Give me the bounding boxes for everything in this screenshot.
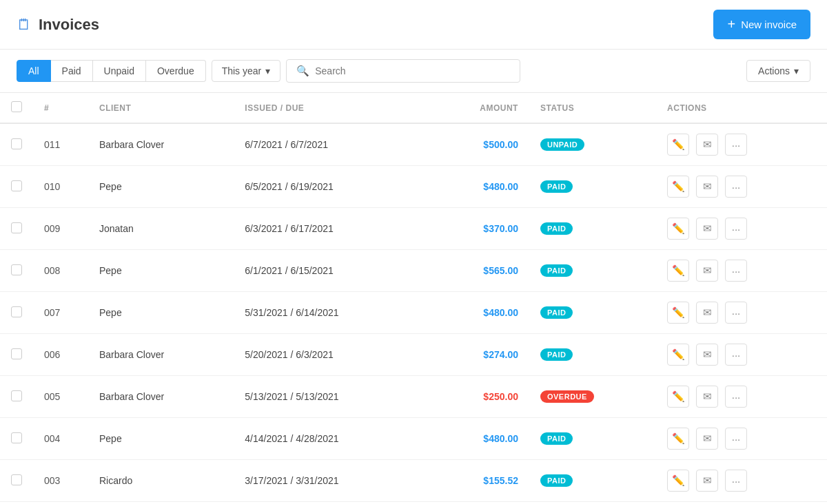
row-checkbox[interactable] [11, 264, 22, 275]
more-button[interactable]: ··· [725, 428, 747, 450]
table-row: 002 Peter Pasek 2/10/2021 / 2/24/2021 $4… [0, 502, 827, 505]
tab-overdue[interactable]: Overdue [146, 60, 206, 82]
row-status: UNPAID [529, 123, 656, 166]
filter-bar: All Paid Unpaid Overdue This year ▾ 🔍 Ac… [0, 50, 827, 93]
row-actions: ✏️ ✉ ··· [656, 166, 827, 208]
email-button[interactable]: ✉ [696, 344, 718, 366]
row-status: PAID [529, 208, 656, 250]
actions-button[interactable]: Actions ▾ [746, 60, 810, 82]
email-button[interactable]: ✉ [696, 386, 718, 408]
table-row: 007 Pepe 5/31/2021 / 6/14/2021 $480.00 P… [0, 292, 827, 334]
row-actions: ✏️ ✉ ··· [656, 123, 827, 166]
col-status: STATUS [529, 93, 656, 123]
new-invoice-button[interactable]: + New invoice [713, 10, 810, 39]
action-icons: ✏️ ✉ ··· [667, 386, 816, 408]
more-button[interactable]: ··· [725, 218, 747, 240]
row-actions: ✏️ ✉ ··· [656, 292, 827, 334]
more-button[interactable]: ··· [725, 260, 747, 282]
row-checkbox-cell [0, 166, 33, 208]
row-amount: $250.00 [428, 376, 529, 418]
table-row: 008 Pepe 6/1/2021 / 6/15/2021 $565.00 PA… [0, 250, 827, 292]
edit-button[interactable]: ✏️ [667, 470, 689, 492]
action-icons: ✏️ ✉ ··· [667, 344, 816, 366]
header: 🗒 Invoices + New invoice [0, 0, 827, 50]
search-icon: 🔍 [296, 65, 309, 77]
edit-button[interactable]: ✏️ [667, 344, 689, 366]
action-icons: ✏️ ✉ ··· [667, 428, 816, 450]
row-actions: ✏️ ✉ ··· [656, 376, 827, 418]
edit-button[interactable]: ✏️ [667, 218, 689, 240]
row-status: PAID [529, 334, 656, 376]
row-amount: $155.52 [428, 460, 529, 502]
table-row: 009 Jonatan 6/3/2021 / 6/17/2021 $370.00… [0, 208, 827, 250]
email-button[interactable]: ✉ [696, 260, 718, 282]
row-checkbox-cell [0, 460, 33, 502]
more-button[interactable]: ··· [725, 344, 747, 366]
row-status: PAID [529, 502, 656, 505]
row-checkbox[interactable] [11, 222, 22, 233]
email-button[interactable]: ✉ [696, 218, 718, 240]
action-icons: ✏️ ✉ ··· [667, 218, 816, 240]
col-num: # [33, 93, 88, 123]
status-badge: PAID [540, 348, 573, 361]
row-checkbox-cell [0, 418, 33, 460]
status-badge: PAID [540, 306, 573, 319]
row-issued-due: 6/5/2021 / 6/19/2021 [234, 166, 428, 208]
chevron-down-icon: ▾ [794, 65, 799, 76]
status-badge: OVERDUE [540, 390, 594, 403]
row-checkbox-cell [0, 250, 33, 292]
action-icons: ✏️ ✉ ··· [667, 134, 816, 156]
more-button[interactable]: ··· [725, 134, 747, 156]
row-num: 006 [33, 334, 88, 376]
invoices-table-wrapper: # CLIENT ISSUED / DUE AMOUNT STATUS ACTI… [0, 93, 827, 504]
edit-button[interactable]: ✏️ [667, 260, 689, 282]
row-num: 008 [33, 250, 88, 292]
year-filter-button[interactable]: This year ▾ [212, 60, 281, 82]
actions-label: Actions [758, 65, 790, 76]
email-button[interactable]: ✉ [696, 302, 718, 324]
select-all-checkbox[interactable] [11, 101, 22, 112]
col-amount: AMOUNT [428, 93, 529, 123]
more-button[interactable]: ··· [725, 176, 747, 198]
row-checkbox[interactable] [11, 180, 22, 191]
table-row: 004 Pepe 4/14/2021 / 4/28/2021 $480.00 P… [0, 418, 827, 460]
col-actions: ACTIONS [656, 93, 827, 123]
tab-unpaid[interactable]: Unpaid [93, 60, 146, 82]
edit-button[interactable]: ✏️ [667, 176, 689, 198]
row-checkbox[interactable] [11, 432, 22, 443]
row-num: 011 [33, 123, 88, 166]
edit-button[interactable]: ✏️ [667, 134, 689, 156]
edit-button[interactable]: ✏️ [667, 302, 689, 324]
email-button[interactable]: ✉ [696, 176, 718, 198]
edit-button[interactable]: ✏️ [667, 428, 689, 450]
row-checkbox[interactable] [11, 348, 22, 359]
table-row: 003 Ricardo 3/17/2021 / 3/31/2021 $155.5… [0, 460, 827, 502]
row-checkbox[interactable] [11, 138, 22, 149]
plus-icon: + [727, 17, 735, 32]
row-checkbox-cell [0, 376, 33, 418]
status-badge: PAID [540, 180, 573, 193]
email-button[interactable]: ✉ [696, 470, 718, 492]
email-button[interactable]: ✉ [696, 134, 718, 156]
row-issued-due: 6/3/2021 / 6/17/2021 [234, 208, 428, 250]
row-actions: ✏️ ✉ ··· [656, 250, 827, 292]
edit-button[interactable]: ✏️ [667, 386, 689, 408]
tab-all[interactable]: All [17, 60, 51, 82]
email-button[interactable]: ✉ [696, 428, 718, 450]
row-actions: ✏️ ✉ ··· [656, 334, 827, 376]
row-checkbox[interactable] [11, 306, 22, 317]
table-row: 005 Barbara Clover 5/13/2021 / 5/13/2021… [0, 376, 827, 418]
row-status: PAID [529, 292, 656, 334]
row-issued-due: 6/7/2021 / 6/7/2021 [234, 123, 428, 166]
row-checkbox[interactable] [11, 474, 22, 485]
search-input[interactable] [315, 65, 510, 76]
more-button[interactable]: ··· [725, 470, 747, 492]
more-button[interactable]: ··· [725, 302, 747, 324]
more-button[interactable]: ··· [725, 386, 747, 408]
row-amount: $480.00 [428, 418, 529, 460]
row-num: 005 [33, 376, 88, 418]
row-checkbox[interactable] [11, 390, 22, 401]
tab-paid[interactable]: Paid [51, 60, 93, 82]
row-client: Pepe [88, 250, 234, 292]
row-amount: $370.00 [428, 208, 529, 250]
